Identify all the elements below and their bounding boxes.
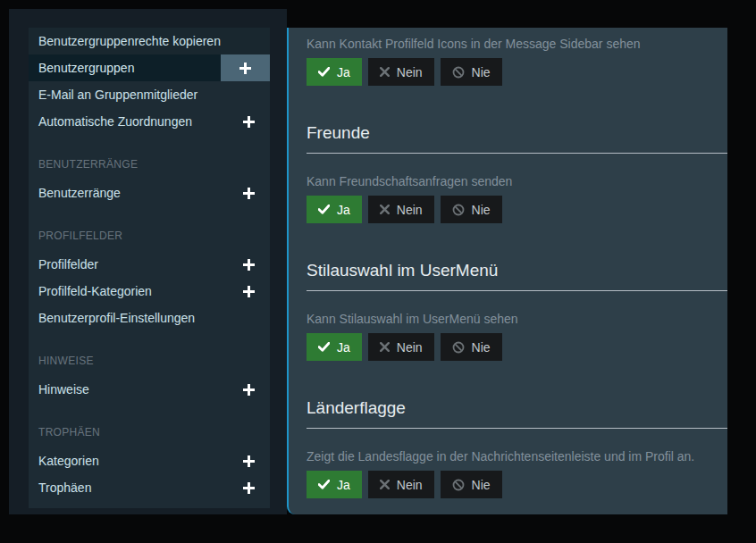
sidebar-section-header: BENUTZERRÄNGE xyxy=(29,158,270,171)
sidebar-item-label: Hinweise xyxy=(38,382,243,397)
option-label: Nein xyxy=(397,340,423,355)
permission-section: LänderflaggeZeigt die Landesflagge in de… xyxy=(307,397,727,498)
permission-label: Zeigt die Landesflagge in der Nachrichte… xyxy=(307,448,727,465)
expand-button[interactable] xyxy=(243,474,270,501)
x-icon xyxy=(380,480,390,489)
plus-icon xyxy=(243,384,255,396)
option-nein-button[interactable]: Nein xyxy=(368,471,434,498)
option-nie-button[interactable]: Nie xyxy=(441,58,502,86)
permission-label: Kann Kontakt Profilfeld Icons in der Mes… xyxy=(307,36,727,53)
option-ja-button[interactable]: Ja xyxy=(307,196,362,223)
sidebar-menu: Benutzergruppenrechte kopierenBenutzergr… xyxy=(29,28,270,508)
sidebar-item[interactable]: Benutzerränge xyxy=(29,180,270,206)
sidebar-item[interactable]: Automatische Zuordnungen xyxy=(29,108,270,135)
option-label: Ja xyxy=(337,340,350,355)
ban-icon xyxy=(452,479,465,491)
section-heading: Stilauswahl im UserMenü xyxy=(307,259,727,291)
ban-icon xyxy=(452,66,465,79)
check-icon xyxy=(318,342,330,352)
expand-button[interactable] xyxy=(243,447,270,474)
option-label: Ja xyxy=(337,478,350,492)
option-label: Nie xyxy=(472,340,491,355)
expand-button[interactable] xyxy=(243,180,270,206)
sidebar-item[interactable]: Kategorien xyxy=(29,447,270,474)
sidebar-item[interactable]: Benutzerprofil-Einstellungen xyxy=(29,305,270,331)
expand-button[interactable] xyxy=(243,251,270,278)
sidebar-item[interactable]: Benutzergruppenrechte kopieren xyxy=(29,28,270,54)
sidebar-item-label: Trophäen xyxy=(38,480,243,495)
sidebar-item[interactable]: Trophäen xyxy=(29,474,270,501)
content-panel: Kann Kontakt Profilfeld Icons in der Mes… xyxy=(287,28,727,514)
sidebar-section-header: TROPHÄEN xyxy=(29,426,270,439)
option-label: Nie xyxy=(472,65,491,79)
option-label: Ja xyxy=(337,203,350,217)
permission-section: Kann Kontakt Profilfeld Icons in der Mes… xyxy=(307,36,727,86)
expand-button[interactable] xyxy=(243,376,270,403)
option-nie-button[interactable]: Nie xyxy=(441,471,502,498)
x-icon xyxy=(380,205,390,214)
option-label: Nie xyxy=(472,203,491,217)
plus-icon xyxy=(243,259,255,271)
permission-section: FreundeKann Freundschaftsanfragen senden… xyxy=(307,121,727,223)
option-label: Nie xyxy=(472,478,491,492)
expand-button[interactable] xyxy=(243,278,270,305)
sidebar-item-label: Automatische Zuordnungen xyxy=(38,114,243,129)
option-ja-button[interactable]: Ja xyxy=(307,58,362,86)
sidebar-item[interactable]: Hinweise xyxy=(29,376,270,403)
plus-icon xyxy=(243,455,255,467)
sidebar-item-label: Benutzerränge xyxy=(38,186,243,200)
x-icon xyxy=(380,67,390,77)
plus-icon xyxy=(243,188,255,199)
plus-icon xyxy=(239,63,251,74)
option-nein-button[interactable]: Nein xyxy=(368,58,434,86)
sidebar-item-label: Kategorien xyxy=(38,454,243,468)
plus-icon xyxy=(243,482,255,494)
plus-icon xyxy=(243,116,255,128)
sidebar-item-label: Profilfelder xyxy=(38,257,243,272)
permission-label: Kann Freundschaftsanfragen senden xyxy=(307,173,727,190)
permission-section: Stilauswahl im UserMenüKann Stilauswahl … xyxy=(307,259,727,361)
option-nie-button[interactable]: Nie xyxy=(441,333,502,361)
sidebar-item[interactable]: E-Mail an Gruppenmitglieder xyxy=(29,81,270,108)
expand-button[interactable] xyxy=(221,54,270,81)
sidebar-item-label: E-Mail an Gruppenmitglieder xyxy=(38,88,270,102)
sidebar-item-label: Profilfeld-Kategorien xyxy=(38,284,243,298)
sidebar-item-label: Benutzergruppen xyxy=(38,61,221,75)
option-label: Nein xyxy=(397,65,423,79)
sidebar-item[interactable]: Benutzergruppen xyxy=(29,54,270,81)
sidebar-section-header: HINWEISE xyxy=(29,355,270,367)
option-group: JaNeinNie xyxy=(307,196,727,223)
sidebar-item-label: Benutzergruppenrechte kopieren xyxy=(38,34,270,48)
option-nein-button[interactable]: Nein xyxy=(368,333,434,361)
sidebar-item-label: Benutzerprofil-Einstellungen xyxy=(38,311,270,325)
x-icon xyxy=(380,342,390,352)
option-ja-button[interactable]: Ja xyxy=(307,333,362,361)
option-label: Nein xyxy=(397,203,423,217)
sidebar-section-header: PROFILFELDER xyxy=(29,230,270,242)
check-icon xyxy=(318,480,330,489)
plus-icon xyxy=(243,286,255,297)
check-icon xyxy=(318,67,330,77)
section-heading: Freunde xyxy=(307,121,727,154)
permission-label: Kann Stilauswahl im UserMenü sehen xyxy=(307,311,727,328)
ban-icon xyxy=(452,204,465,216)
option-group: JaNeinNie xyxy=(307,333,727,361)
ban-icon xyxy=(452,341,465,354)
check-icon xyxy=(318,205,330,214)
option-nein-button[interactable]: Nein xyxy=(368,196,434,223)
section-heading: Länderflagge xyxy=(307,397,727,429)
sidebar-item[interactable]: Profilfeld-Kategorien xyxy=(29,278,270,305)
option-label: Ja xyxy=(337,65,350,79)
option-label: Nein xyxy=(397,478,423,492)
option-ja-button[interactable]: Ja xyxy=(307,471,362,498)
option-nie-button[interactable]: Nie xyxy=(441,196,502,223)
expand-button[interactable] xyxy=(243,108,270,135)
sidebar-item[interactable]: Profilfelder xyxy=(29,251,270,278)
option-group: JaNeinNie xyxy=(307,58,727,86)
option-group: JaNeinNie xyxy=(307,471,727,498)
